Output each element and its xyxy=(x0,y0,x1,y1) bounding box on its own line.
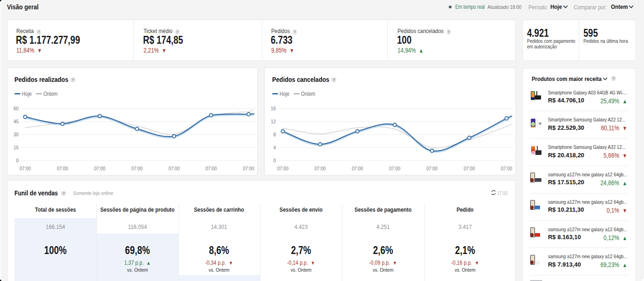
svg-text:07:00: 07:00 xyxy=(464,166,475,171)
svg-text:4: 4 xyxy=(273,145,276,150)
svg-text:07:00: 07:00 xyxy=(169,166,180,171)
svg-text:07:00: 07:00 xyxy=(426,166,438,171)
svg-text:07:00: 07:00 xyxy=(94,166,105,171)
svg-text:07:00: 07:00 xyxy=(206,166,217,171)
svg-text:0: 0 xyxy=(16,158,19,163)
svg-text:45: 45 xyxy=(14,119,19,124)
svg-text:07:00: 07:00 xyxy=(389,166,400,171)
svg-text:60: 60 xyxy=(14,106,19,111)
svg-text:0: 0 xyxy=(273,158,276,163)
svg-text:07:00: 07:00 xyxy=(131,166,143,171)
svg-text:07:00: 07:00 xyxy=(501,166,512,171)
svg-text:07:00: 07:00 xyxy=(352,166,363,171)
svg-text:07:00: 07:00 xyxy=(315,166,326,171)
svg-text:8: 8 xyxy=(273,132,276,137)
svg-text:07:00: 07:00 xyxy=(20,166,31,171)
svg-text:30: 30 xyxy=(14,132,19,137)
svg-text:16: 16 xyxy=(271,106,276,111)
svg-text:15: 15 xyxy=(14,145,19,150)
svg-text:07:00: 07:00 xyxy=(277,166,288,171)
svg-text:07:00: 07:00 xyxy=(57,166,68,171)
svg-text:07:00: 07:00 xyxy=(243,166,254,171)
svg-text:12: 12 xyxy=(271,119,276,124)
